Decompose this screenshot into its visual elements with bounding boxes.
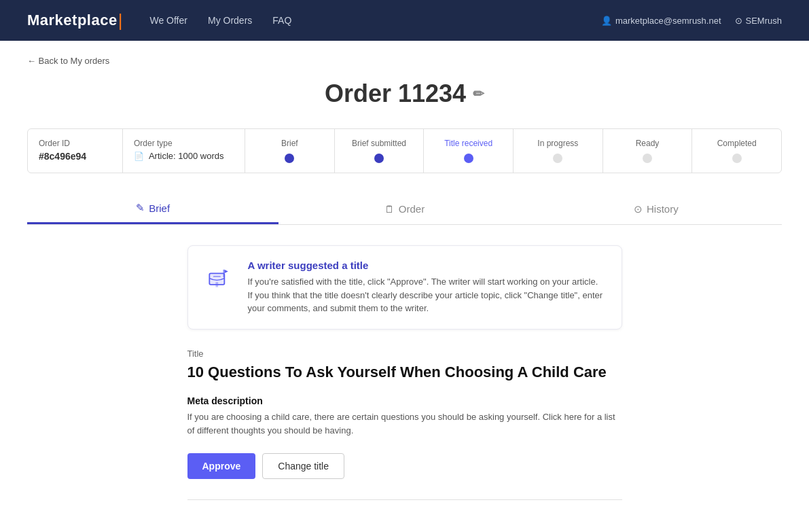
nav-links: We Offer My Orders FAQ bbox=[149, 15, 601, 26]
step-brief-submitted-label: Brief submitted bbox=[352, 139, 406, 148]
bottom-divider bbox=[187, 499, 622, 500]
approve-button[interactable]: Approve bbox=[187, 453, 256, 479]
order-id-label: Order ID bbox=[39, 139, 111, 148]
meta-text: If you are choosing a child care, there … bbox=[187, 410, 622, 437]
brand: Marketplace | bbox=[27, 10, 122, 31]
brand-pipe: | bbox=[118, 10, 123, 31]
tab-brief-icon: ✎ bbox=[136, 202, 145, 214]
nav-user: 👤 marketplace@semrush.net bbox=[601, 16, 721, 26]
step-completed-label: Completed bbox=[717, 139, 757, 148]
svg-rect-4 bbox=[213, 276, 220, 277]
notification-body: If you're satisfied with the title, clic… bbox=[248, 275, 605, 315]
mailbox-icon-container bbox=[204, 260, 237, 292]
article-title: 10 Questions To Ask Yourself When Choosi… bbox=[187, 363, 622, 383]
tab-order-label: Order bbox=[399, 203, 425, 215]
order-type-cell: Order type 📄 Article: 1000 words bbox=[123, 129, 245, 173]
tab-history-label: History bbox=[647, 203, 679, 215]
semrush-label: SEMrush bbox=[746, 16, 782, 26]
back-link[interactable]: ← Back to My orders bbox=[27, 56, 109, 66]
user-icon: 👤 bbox=[601, 16, 612, 26]
svg-rect-2 bbox=[215, 282, 218, 287]
brand-text: Marketplace bbox=[27, 12, 118, 29]
step-completed-dot bbox=[732, 154, 742, 163]
back-label: ← Back to My orders bbox=[27, 56, 109, 66]
order-title-heading: Order 11234 ✏ bbox=[27, 79, 782, 108]
nav-we-offer[interactable]: We Offer bbox=[149, 15, 187, 26]
order-id-value: #8c496e94 bbox=[39, 151, 111, 162]
order-title-text: Order 11234 bbox=[325, 79, 466, 108]
step-ready-dot bbox=[643, 154, 652, 163]
step-brief-submitted-dot bbox=[374, 154, 384, 163]
notification-title: A writer suggested a title bbox=[248, 260, 605, 271]
edit-icon[interactable]: ✏ bbox=[473, 86, 484, 102]
navbar: Marketplace | We Offer My Orders FAQ 👤 m… bbox=[0, 0, 809, 41]
nav-faq[interactable]: FAQ bbox=[272, 15, 291, 26]
step-completed: Completed bbox=[692, 129, 781, 173]
notification-box: A writer suggested a title If you're sat… bbox=[187, 245, 622, 330]
change-title-button[interactable]: Change title bbox=[262, 453, 344, 479]
step-title-received: Title received bbox=[424, 129, 514, 173]
tab-history[interactable]: ⊙ History bbox=[531, 194, 782, 224]
order-type-value: 📄 Article: 1000 words bbox=[134, 151, 234, 161]
tab-brief[interactable]: ✎ Brief bbox=[27, 194, 278, 224]
tab-order[interactable]: 🗒 Order bbox=[278, 194, 530, 224]
nav-semrush: ⊙ SEMrush bbox=[735, 16, 782, 26]
step-ready: Ready bbox=[603, 129, 693, 173]
step-brief-label: Brief bbox=[281, 139, 298, 148]
nav-my-orders[interactable]: My Orders bbox=[208, 15, 252, 26]
step-title-received-label: Title received bbox=[444, 139, 492, 148]
user-email: marketplace@semrush.net bbox=[615, 16, 721, 26]
tab-brief-label: Brief bbox=[149, 202, 170, 214]
title-section-label: Title bbox=[187, 349, 622, 359]
doc-icon: 📄 bbox=[134, 152, 144, 161]
order-type-text: Article: 1000 words bbox=[149, 151, 224, 161]
tabs: ✎ Brief 🗒 Order ⊙ History bbox=[27, 194, 782, 225]
meta-label: Meta description bbox=[187, 395, 622, 406]
notification-content: A writer suggested a title If you're sat… bbox=[248, 260, 605, 315]
svg-rect-3 bbox=[223, 270, 224, 277]
step-brief-dot bbox=[285, 154, 294, 163]
step-in-progress: In progress bbox=[514, 129, 603, 173]
step-brief-submitted: Brief submitted bbox=[335, 129, 425, 173]
step-brief: Brief bbox=[245, 129, 335, 173]
page: ← Back to My orders Order 11234 ✏ Order … bbox=[0, 41, 809, 532]
semrush-icon: ⊙ bbox=[735, 16, 742, 26]
content-area: A writer suggested a title If you're sat… bbox=[187, 245, 622, 500]
mailbox-icon bbox=[204, 261, 234, 291]
step-ready-label: Ready bbox=[636, 139, 660, 148]
tab-order-icon: 🗒 bbox=[384, 203, 395, 215]
step-title-received-dot bbox=[464, 154, 473, 163]
tab-history-icon: ⊙ bbox=[634, 203, 643, 215]
step-in-progress-dot bbox=[553, 154, 562, 163]
step-in-progress-label: In progress bbox=[537, 139, 578, 148]
action-buttons: Approve Change title bbox=[187, 453, 622, 479]
nav-right: 👤 marketplace@semrush.net ⊙ SEMrush bbox=[601, 16, 782, 26]
status-bar: Order ID #8c496e94 Order type 📄 Article:… bbox=[27, 128, 782, 173]
order-type-label: Order type bbox=[134, 139, 234, 148]
order-id-cell: Order ID #8c496e94 bbox=[28, 129, 123, 173]
